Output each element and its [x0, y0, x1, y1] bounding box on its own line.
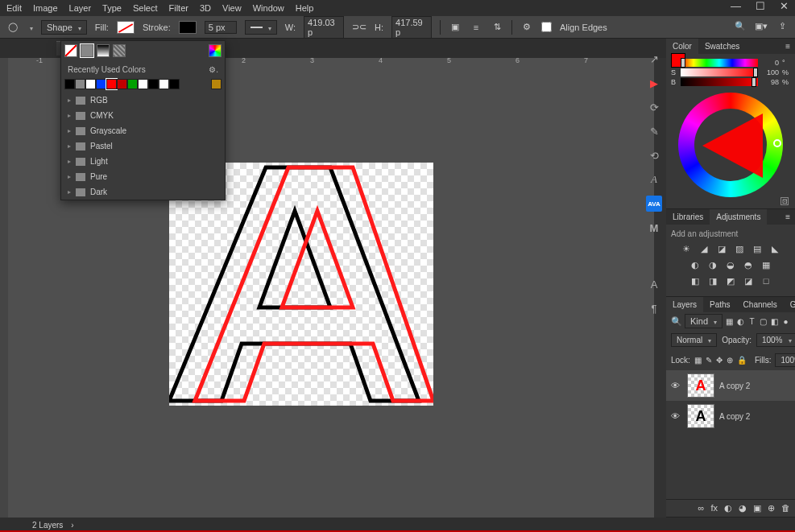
shape-mode-dropdown[interactable]: Shape: [41, 20, 87, 35]
adj-curves-icon[interactable]: ◪: [716, 243, 727, 254]
filter-type-icon[interactable]: T: [747, 316, 756, 327]
fill-opacity-field[interactable]: 100%: [775, 353, 795, 367]
layer-row[interactable]: 👁 A A copy 2: [666, 370, 795, 401]
adj-icon[interactable]: ▦: [760, 259, 772, 270]
minimize-icon[interactable]: —: [731, 0, 741, 12]
layer-name[interactable]: A copy 2: [719, 412, 750, 421]
menu-filter[interactable]: Filter: [169, 3, 188, 13]
shape-a-red[interactable]: [195, 167, 433, 401]
recent-color[interactable]: [75, 79, 85, 89]
fx-icon[interactable]: fx: [710, 503, 718, 513]
adj-levels-icon[interactable]: ◢: [698, 243, 710, 254]
preset-group[interactable]: Dark: [61, 184, 225, 200]
tool-icon[interactable]: ◯: [6, 21, 19, 34]
share-icon[interactable]: ⇪: [776, 19, 789, 32]
hue-slider[interactable]: [681, 59, 758, 67]
menu-window[interactable]: Window: [253, 3, 284, 13]
lock-pixels-icon[interactable]: ✎: [706, 356, 712, 365]
tab-paths[interactable]: Paths: [703, 297, 737, 312]
width-field[interactable]: 419.03 p: [304, 16, 344, 39]
dock-brush-icon[interactable]: ✎: [646, 123, 662, 139]
dock-undo-icon[interactable]: ⟲: [646, 147, 662, 163]
menu-type[interactable]: Type: [102, 3, 122, 13]
align-edges-checkbox[interactable]: [541, 22, 552, 32]
adj-brightness-icon[interactable]: ☀: [681, 243, 692, 254]
group-icon[interactable]: ▣: [753, 503, 761, 513]
no-color-option[interactable]: [64, 44, 77, 57]
wheel-picker-icon[interactable]: [773, 139, 781, 147]
recent-color[interactable]: [106, 79, 117, 89]
blend-mode-dropdown[interactable]: Normal: [671, 333, 717, 347]
panel-menu-icon[interactable]: ≡: [781, 39, 795, 54]
recent-color[interactable]: [169, 79, 180, 89]
preset-group[interactable]: RGB: [61, 93, 225, 108]
expand-panel-icon[interactable]: ⊡: [781, 197, 789, 205]
menu-select[interactable]: Select: [133, 3, 158, 13]
tab-layers[interactable]: Layers: [666, 297, 703, 312]
adj-icon[interactable]: □: [760, 275, 772, 287]
adj-icon[interactable]: ◪: [743, 275, 754, 287]
status-text[interactable]: 2 Layers: [32, 521, 63, 530]
opacity-field[interactable]: 100%: [756, 333, 795, 347]
close-icon[interactable]: ✕: [780, 0, 789, 12]
tab-libraries[interactable]: Libraries: [666, 209, 710, 225]
adj-icon[interactable]: ◑: [707, 259, 718, 270]
adj-exposure-icon[interactable]: ▨: [734, 243, 745, 254]
recent-color[interactable]: [96, 79, 106, 89]
layer-name[interactable]: A copy 2: [719, 381, 750, 390]
filter-adj-icon[interactable]: ◐: [736, 316, 745, 327]
menu-help[interactable]: Help: [296, 3, 314, 13]
adj-icon[interactable]: ◧: [689, 275, 701, 287]
tab-adjustments[interactable]: Adjustments: [710, 209, 767, 225]
popup-gear-icon[interactable]: ⚙.: [209, 65, 218, 74]
left-toolbar[interactable]: [0, 58, 8, 518]
adjustment-layer-icon[interactable]: ◕: [739, 503, 747, 513]
filter-toggle-icon[interactable]: ●: [781, 316, 790, 327]
align-icon[interactable]: ≡: [470, 21, 482, 34]
swatch-preset-list[interactable]: RGB CMYK Grayscale Pastel Light Pure Dar…: [61, 93, 225, 200]
menu-layer[interactable]: Layer: [69, 3, 92, 13]
stroke-style-dropdown[interactable]: [245, 20, 277, 35]
delete-layer-icon[interactable]: 🗑: [781, 503, 790, 513]
solid-color-option[interactable]: [81, 44, 93, 57]
recent-color[interactable]: [117, 79, 127, 89]
new-layer-icon[interactable]: ⊕: [768, 503, 775, 513]
stroke-width-field[interactable]: 5 px: [205, 21, 237, 34]
lock-artboard-icon[interactable]: ⊕: [727, 356, 733, 365]
dock-a-icon[interactable]: A: [646, 276, 662, 292]
layer-thumbnail[interactable]: A: [687, 404, 714, 428]
recent-color[interactable]: [127, 79, 138, 89]
dock-play-icon[interactable]: ▶: [646, 75, 662, 91]
pattern-option[interactable]: [113, 44, 126, 57]
filter-smart-icon[interactable]: ◧: [770, 316, 779, 327]
search-icon[interactable]: 🔍: [734, 19, 747, 32]
dock-history-icon[interactable]: ⟳: [646, 99, 662, 115]
height-field[interactable]: 417.59 p: [391, 16, 432, 39]
tab-swatches[interactable]: Swatches: [698, 39, 746, 54]
path-op-icon[interactable]: ▣: [449, 21, 462, 34]
lock-all-icon[interactable]: 🔒: [737, 356, 747, 365]
sat-slider[interactable]: [681, 68, 758, 76]
kind-search-icon[interactable]: 🔍: [671, 316, 682, 327]
status-chevron-icon[interactable]: ›: [71, 521, 73, 530]
dock-char-icon[interactable]: A: [646, 171, 662, 188]
layer-thumbnail[interactable]: A: [687, 373, 714, 398]
menu-view[interactable]: View: [222, 3, 242, 13]
filter-shape-icon[interactable]: ▢: [759, 316, 768, 327]
panel-menu-icon[interactable]: ≡: [781, 209, 795, 225]
adj-hue-icon[interactable]: ◣: [769, 243, 781, 254]
dock-paragraph-icon[interactable]: ¶: [646, 300, 662, 316]
adj-icon[interactable]: ◨: [707, 275, 718, 287]
color-wheel[interactable]: [678, 93, 783, 197]
gradient-option[interactable]: [97, 44, 110, 57]
adj-icon[interactable]: ◓: [743, 259, 754, 270]
preset-group[interactable]: Light: [61, 154, 225, 169]
recent-color[interactable]: [64, 79, 75, 89]
recent-color[interactable]: [159, 79, 169, 89]
recent-color[interactable]: [211, 79, 222, 89]
bri-slider[interactable]: [681, 78, 758, 86]
link-wh-icon[interactable]: ⊃⊂: [352, 22, 366, 32]
adj-vibrance-icon[interactable]: ▤: [752, 243, 763, 254]
kind-dropdown[interactable]: Kind: [685, 314, 723, 328]
recent-color[interactable]: [85, 79, 96, 89]
